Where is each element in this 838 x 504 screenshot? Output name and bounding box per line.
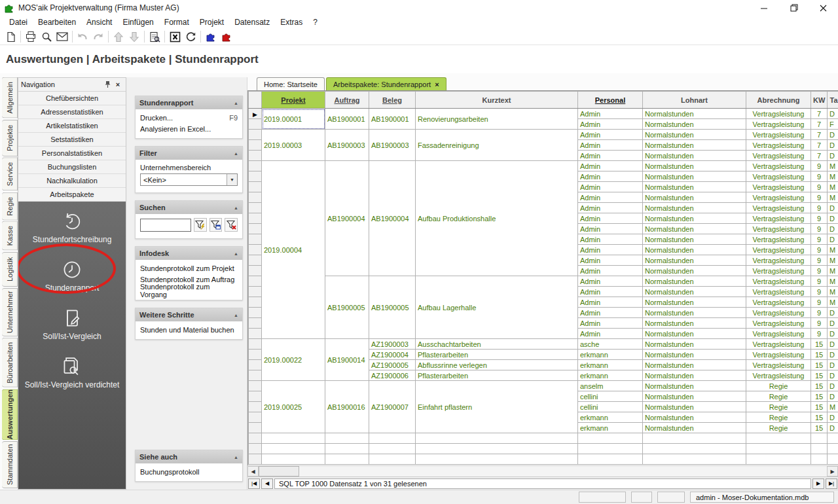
stundenprotokoll-vorgang-link[interactable]: Stundenprotokoll zum Vorgang — [136, 285, 242, 296]
module-tab-allgemein[interactable]: Allgemein — [2, 77, 18, 118]
nav-item-buchungslisten[interactable]: Buchungslisten — [18, 160, 126, 174]
cell-abrechnung[interactable]: Vertragsleistung — [746, 213, 811, 224]
column-header-beleg[interactable]: Beleg — [369, 92, 416, 109]
cell-tag[interactable]: M — [828, 287, 838, 297]
cell-kw[interactable]: 9 — [811, 234, 828, 245]
cell-lohnart[interactable]: Normalstunden — [643, 297, 746, 308]
nav-item-nachkalkulation[interactable]: Nachkalkulation — [18, 174, 126, 188]
cell-abrechnung[interactable]: Vertragsleistung — [746, 119, 811, 130]
row-selector[interactable] — [249, 130, 262, 140]
cell-auftrag-empty[interactable] — [325, 444, 369, 454]
row-selector[interactable] — [249, 171, 262, 182]
refresh-icon[interactable] — [183, 29, 198, 44]
cell-abrechnung[interactable]: Regie — [746, 391, 811, 402]
cell-personal[interactable]: Admin — [578, 130, 643, 140]
cell-personal[interactable]: Admin — [578, 255, 643, 266]
cell-kw[interactable]: 15 — [811, 339, 828, 350]
nav-item-arbeitspakete[interactable]: Arbeitspakete — [18, 188, 126, 202]
cell-personal[interactable]: Admin — [578, 140, 643, 151]
cell-projekt[interactable]: 2019.00004 — [262, 161, 325, 339]
cell-personal[interactable]: asche — [578, 339, 643, 350]
menu-hilfe[interactable]: ? — [308, 16, 323, 28]
cell-kw-empty[interactable] — [811, 444, 828, 454]
row-selector[interactable] — [249, 381, 262, 391]
cell-tag[interactable]: D — [828, 360, 838, 370]
cell-abrechnung[interactable]: Vertragsleistung — [746, 266, 811, 276]
scroll-right-icon[interactable]: ▶ — [827, 466, 838, 477]
cell-tag[interactable]: D — [828, 130, 838, 140]
collapse-icon[interactable]: ▲ — [234, 101, 238, 105]
column-header-kurztext[interactable]: Kurztext — [416, 92, 578, 109]
cell-kw[interactable]: 15 — [811, 402, 828, 412]
cell-personal[interactable]: Admin — [578, 203, 643, 213]
cell-lohnart[interactable]: Normalstunden — [643, 266, 746, 276]
selector-column-header[interactable] — [249, 92, 262, 109]
cell-auftrag[interactable]: AB1900005 — [325, 276, 369, 339]
cell-kw[interactable]: 9 — [811, 182, 828, 192]
nav-item-chefuebersichten[interactable]: Chefübersichten — [18, 92, 126, 105]
cell-lohnart[interactable]: Normalstunden — [643, 423, 746, 433]
cell-abrechnung[interactable]: Vertragsleistung — [746, 182, 811, 192]
cell-tag[interactable]: D — [828, 109, 838, 119]
cell-projekt[interactable]: 2019.00022 — [262, 339, 325, 381]
nav-item-personalstatistiken[interactable]: Personalstatistiken — [18, 147, 126, 160]
next-record-button[interactable]: ▶ — [812, 478, 824, 489]
module-tab-regie[interactable]: Regie — [2, 192, 18, 221]
buchungsprotokoll-link[interactable]: Buchungsprotokoll — [136, 466, 242, 477]
row-selector[interactable] — [249, 444, 262, 454]
cell-tag[interactable]: M — [828, 182, 838, 192]
cell-kw[interactable]: 9 — [811, 161, 828, 171]
cell-abrechnung[interactable]: Vertragsleistung — [746, 192, 811, 203]
collapse-icon[interactable]: ▲ — [234, 455, 238, 459]
tab-home-startseite[interactable]: Home: Startseite — [257, 77, 325, 90]
row-selector[interactable] — [249, 161, 262, 171]
cell-kurztext[interactable]: Ausschachtarbeiten — [416, 339, 578, 350]
cell-beleg[interactable]: AB1900005 — [369, 276, 416, 339]
unternehmensbereich-dropdown[interactable]: <Kein> ▼ — [140, 173, 238, 186]
cell-kurztext-empty[interactable] — [416, 433, 578, 444]
row-selector[interactable] — [249, 287, 262, 297]
cell-lohnart[interactable]: Normalstunden — [643, 140, 746, 151]
shortcut-soll-ist-vergleich[interactable]: Soll/Ist-Vergleich — [18, 308, 126, 341]
cell-tag[interactable]: D — [828, 151, 838, 161]
cell-kw[interactable]: 15 — [811, 370, 828, 381]
column-header-auftrag[interactable]: Auftrag — [325, 92, 369, 109]
cell-lohnart[interactable]: Normalstunden — [643, 370, 746, 381]
cell-kw[interactable]: 9 — [811, 255, 828, 266]
row-selector[interactable] — [249, 402, 262, 412]
cell-abrechnung[interactable]: Vertragsleistung — [746, 130, 811, 140]
cell-abrechnung[interactable]: Vertragsleistung — [746, 329, 811, 339]
cell-auftrag[interactable]: AB1900001 — [325, 109, 369, 130]
cell-tag[interactable]: M — [828, 171, 838, 182]
module-tab-unternehmer[interactable]: Unternehmer — [2, 288, 18, 336]
nav-item-adressenstatistiken[interactable]: Adressenstatistiken — [18, 105, 126, 119]
cell-lohnart[interactable]: Normalstunden — [643, 203, 746, 213]
move-down-icon[interactable] — [126, 29, 142, 44]
cell-kurztext[interactable]: Pflasterarbeiten — [416, 350, 578, 360]
cell-abrechnung[interactable]: Regie — [746, 423, 811, 433]
cell-lohnart[interactable]: Normalstunden — [643, 234, 746, 245]
cell-personal[interactable]: Admin — [578, 297, 643, 308]
cell-projekt-empty[interactable] — [262, 454, 325, 465]
cell-tag[interactable]: M — [828, 266, 838, 276]
cell-tag[interactable]: M — [828, 276, 838, 287]
previous-record-button[interactable]: ◀ — [261, 478, 273, 489]
cell-kw[interactable]: 15 — [811, 360, 828, 370]
cell-lohnart[interactable]: Normalstunden — [643, 276, 746, 287]
first-record-button[interactable]: |◀ — [248, 478, 260, 489]
row-selector[interactable] — [249, 339, 262, 350]
cell-personal[interactable]: Admin — [578, 213, 643, 224]
row-selector[interactable] — [249, 245, 262, 255]
cell-abrechnung[interactable]: Vertragsleistung — [746, 339, 811, 350]
module-tab-projekte[interactable]: Projekte — [2, 120, 18, 156]
row-selector[interactable] — [249, 454, 262, 465]
cell-lohnart-empty[interactable] — [643, 433, 746, 444]
cell-tag[interactable]: D — [828, 370, 838, 381]
excel-export-icon[interactable] — [167, 29, 183, 44]
close-tab-icon[interactable]: × — [435, 81, 439, 88]
menu-bearbeiten[interactable]: Bearbeiten — [33, 16, 81, 28]
cell-beleg[interactable]: AB1900001 — [369, 109, 416, 130]
cell-tag[interactable]: D — [828, 329, 838, 339]
cell-tag[interactable]: D — [828, 318, 838, 329]
collapse-icon[interactable]: ▲ — [234, 313, 238, 317]
